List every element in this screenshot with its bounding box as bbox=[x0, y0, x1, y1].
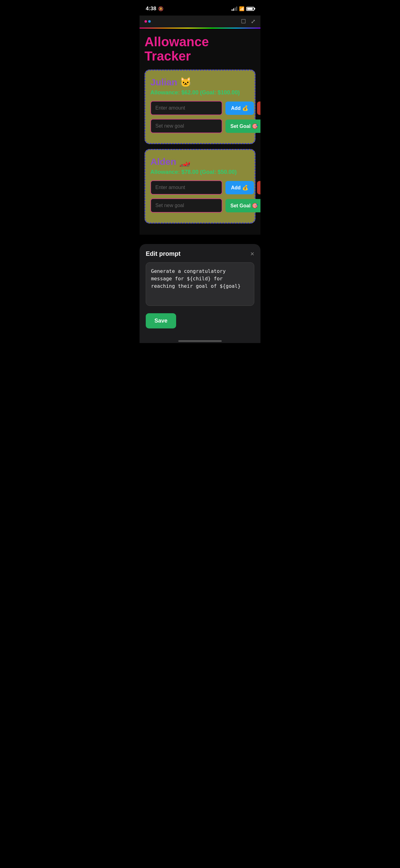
julian-amount-row: Add 💰 Remove 🚫 bbox=[151, 101, 249, 115]
close-sheet-button[interactable]: × bbox=[250, 251, 254, 257]
home-bar bbox=[178, 340, 222, 342]
alden-goal-input[interactable] bbox=[151, 198, 222, 213]
alden-amount-input[interactable] bbox=[151, 180, 222, 195]
home-indicator bbox=[139, 338, 261, 343]
alden-add-button[interactable]: Add 💰 bbox=[226, 181, 254, 194]
layout-icon[interactable]: ☐ bbox=[241, 18, 246, 25]
toolbar: ☐ ⤢ bbox=[139, 16, 261, 28]
bell-icon: 🔕 bbox=[158, 6, 163, 11]
julian-allowance: Allowance: $62.00 (Goal: $100.00) bbox=[151, 89, 249, 96]
signal-bars-icon bbox=[232, 6, 237, 11]
alden-allowance: Allowance: $78.00 (Goal: $50.00) bbox=[151, 169, 249, 176]
app-title: Allowance Tracker bbox=[144, 35, 256, 63]
status-icons: 📶 bbox=[232, 6, 254, 11]
julian-add-button[interactable]: Add 💰 bbox=[226, 101, 254, 115]
julian-goal-row: Set Goal 🎯 bbox=[151, 119, 249, 133]
main-content: Allowance Tracker Julian 🐱 Allowance: $6… bbox=[139, 29, 261, 235]
child-card-julian: Julian 🐱 Allowance: $62.00 (Goal: $100.0… bbox=[144, 69, 256, 144]
dot-pink-icon bbox=[144, 20, 147, 23]
julian-goal-input[interactable] bbox=[151, 119, 222, 133]
toolbar-left bbox=[144, 20, 151, 23]
status-time: 4:38 bbox=[146, 6, 156, 12]
battery-icon bbox=[246, 7, 254, 11]
sheet-header: Edit prompt × bbox=[146, 250, 254, 257]
alden-emoji: 🏎️ bbox=[179, 156, 190, 167]
sheet-title: Edit prompt bbox=[146, 250, 180, 257]
julian-amount-input[interactable] bbox=[151, 101, 222, 115]
julian-set-goal-button[interactable]: Set Goal 🎯 bbox=[226, 120, 261, 133]
julian-remove-button[interactable]: Remove 🚫 bbox=[257, 101, 261, 115]
save-button[interactable]: Save bbox=[146, 313, 176, 329]
edit-prompt-sheet: Edit prompt × Generate a congratulatory … bbox=[139, 244, 261, 338]
alden-remove-button[interactable]: Remove 🚫 bbox=[257, 181, 261, 194]
prompt-textarea[interactable]: Generate a congratulatory message for ${… bbox=[146, 262, 254, 306]
dot-blue-icon bbox=[148, 20, 151, 23]
alden-amount-row: Add 💰 Remove 🚫 bbox=[151, 180, 249, 195]
child-name-julian: Julian 🐱 bbox=[151, 77, 249, 88]
alden-set-goal-button[interactable]: Set Goal 🎯 bbox=[226, 199, 261, 212]
child-name-alden: Alden 🏎️ bbox=[151, 156, 249, 167]
alden-goal-row: Set Goal 🎯 bbox=[151, 198, 249, 213]
julian-emoji: 🐱 bbox=[180, 77, 191, 87]
child-card-alden: Alden 🏎️ Allowance: $78.00 (Goal: $50.00… bbox=[144, 149, 256, 223]
wifi-icon: 📶 bbox=[239, 6, 244, 11]
toolbar-right: ☐ ⤢ bbox=[241, 18, 256, 25]
status-bar: 4:38 🔕 📶 bbox=[139, 0, 261, 16]
expand-icon[interactable]: ⤢ bbox=[251, 18, 256, 25]
